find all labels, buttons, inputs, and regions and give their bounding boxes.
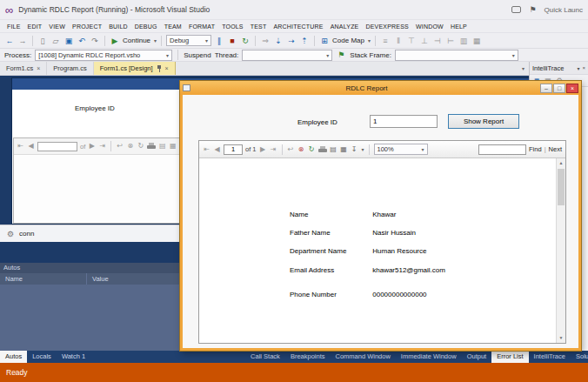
tab-call-stack[interactable]: Call Stack bbox=[245, 351, 285, 363]
quick-launch-input[interactable]: Quick Launc bbox=[545, 6, 583, 14]
menu-item-tools[interactable]: TOOLS bbox=[218, 20, 247, 33]
print-icon[interactable] bbox=[147, 143, 156, 150]
scrollbar-thumb[interactable] bbox=[558, 169, 565, 205]
step-into-icon[interactable]: ⇣ bbox=[273, 35, 284, 47]
pin-icon[interactable] bbox=[157, 65, 162, 72]
stop-debugging-icon[interactable]: ■ bbox=[227, 35, 237, 47]
first-page-icon[interactable]: ⇤ bbox=[17, 140, 24, 152]
suspend-button[interactable]: Suspend bbox=[184, 51, 211, 59]
make-same-width-icon[interactable]: ▥ bbox=[458, 35, 469, 47]
column-header-name[interactable]: Name bbox=[0, 273, 87, 285]
menu-item-test[interactable]: TEST bbox=[247, 20, 271, 33]
page-setup-icon[interactable]: ▦ bbox=[340, 144, 348, 156]
align-left-edge-icon[interactable]: ⊣ bbox=[432, 35, 443, 47]
process-combo[interactable]: [1008] Dynamic RDLC Report.vsho ▾ bbox=[35, 50, 172, 61]
align-tops-icon[interactable]: ⊤ bbox=[406, 35, 417, 47]
new-file-icon[interactable]: ▯ bbox=[37, 35, 48, 47]
back-to-parent-icon[interactable]: ↩ bbox=[287, 144, 295, 156]
menu-item-help[interactable]: HELP bbox=[447, 20, 471, 33]
restart-icon[interactable]: ↻ bbox=[240, 35, 251, 47]
open-file-icon[interactable]: ▱ bbox=[50, 35, 61, 47]
tab-output[interactable]: Output bbox=[462, 351, 492, 363]
close-icon[interactable]: × bbox=[165, 65, 169, 71]
code-map-button[interactable]: Code Map bbox=[332, 37, 364, 44]
menu-item-project[interactable]: PROJECT bbox=[69, 20, 105, 33]
stop-rendering-icon[interactable]: ⊗ bbox=[126, 140, 134, 152]
flag-threads-icon[interactable]: ⚑ bbox=[336, 49, 346, 61]
menu-item-debug[interactable]: DEBUG bbox=[131, 20, 161, 33]
make-same-size-icon[interactable]: ▦ bbox=[471, 35, 482, 47]
refresh-icon[interactable]: ↻ bbox=[308, 144, 316, 156]
menu-item-build[interactable]: BUILD bbox=[105, 20, 131, 33]
tab-overflow-icon[interactable]: ▾ bbox=[522, 65, 529, 71]
panel-menu-icon[interactable]: ▾ bbox=[577, 65, 579, 71]
continue-play-icon[interactable]: ▶ bbox=[110, 35, 120, 47]
menu-item-team[interactable]: TEAM bbox=[161, 20, 185, 33]
tab-immediate-window[interactable]: Immediate Window bbox=[396, 351, 462, 363]
align-right-edge-icon[interactable]: ⊢ bbox=[445, 35, 456, 47]
vertical-scrollbar[interactable]: ▲ ▼ bbox=[556, 158, 565, 343]
find-link[interactable]: Find bbox=[529, 145, 542, 153]
page-number-input[interactable] bbox=[37, 142, 77, 151]
step-out-icon[interactable]: ⇡ bbox=[299, 35, 310, 47]
stack-frame-combo[interactable]: ▾ bbox=[395, 50, 518, 61]
navigate-forward-icon[interactable]: → bbox=[17, 35, 28, 47]
save-icon[interactable]: ▣ bbox=[63, 35, 74, 47]
align-lefts-icon[interactable]: ≡ bbox=[380, 35, 391, 47]
print-layout-icon[interactable]: ▤ bbox=[158, 140, 166, 152]
tab-form1-cs[interactable]: Form1.cs × bbox=[0, 62, 47, 75]
component-conn[interactable]: conn bbox=[19, 230, 34, 238]
continue-dropdown-icon[interactable]: ▾ bbox=[154, 37, 157, 44]
print-icon[interactable] bbox=[318, 146, 327, 153]
tab-watch-1[interactable]: Watch 1 bbox=[57, 351, 90, 363]
step-over-icon[interactable]: ⇢ bbox=[286, 35, 297, 47]
zoom-combo[interactable]: 100% ▾ bbox=[374, 144, 428, 155]
panel-close-icon[interactable]: × bbox=[582, 65, 585, 70]
navigate-back-icon[interactable]: ← bbox=[4, 35, 15, 47]
stop-rendering-icon[interactable]: ⊗ bbox=[297, 144, 305, 156]
rdlc-titlebar[interactable]: RDLC Report – □ × bbox=[180, 81, 581, 95]
debug-target-combo[interactable]: Debug ▾ bbox=[166, 35, 211, 46]
menu-item-devexpress[interactable]: DEVEXPRESS bbox=[362, 20, 411, 33]
menu-item-edit[interactable]: EDIT bbox=[24, 20, 46, 33]
menu-item-analyze[interactable]: ANALYZE bbox=[327, 20, 363, 33]
previous-page-icon[interactable]: ◀ bbox=[213, 144, 221, 156]
menu-item-file[interactable]: FILE bbox=[3, 20, 24, 33]
feedback-icon[interactable] bbox=[511, 6, 521, 13]
tab-solution-explorer[interactable]: Solution... bbox=[571, 351, 588, 363]
print-layout-icon[interactable]: ▤ bbox=[330, 144, 337, 156]
export-dropdown-icon[interactable]: ▾ bbox=[362, 146, 364, 152]
scroll-up-icon[interactable]: ▲ bbox=[557, 158, 565, 168]
refresh-icon[interactable]: ↻ bbox=[137, 140, 144, 152]
previous-page-icon[interactable]: ◀ bbox=[27, 140, 35, 152]
notifications-flag-icon[interactable]: ⚑ bbox=[529, 5, 536, 14]
first-page-icon[interactable]: ⇤ bbox=[203, 144, 210, 156]
close-icon[interactable]: × bbox=[37, 65, 40, 71]
redo-icon[interactable]: ↷ bbox=[90, 35, 100, 47]
tab-command-window[interactable]: Command Window bbox=[330, 351, 395, 363]
page-setup-icon[interactable]: ▦ bbox=[169, 140, 177, 152]
show-next-statement-icon[interactable]: ⇒ bbox=[260, 35, 271, 47]
tab-form1-design[interactable]: Form1.cs [Design] × bbox=[94, 62, 176, 75]
show-report-button[interactable]: Show Report bbox=[448, 114, 519, 129]
tab-program-cs[interactable]: Program.cs bbox=[47, 62, 93, 75]
next-link[interactable]: Next bbox=[549, 145, 562, 153]
code-map-icon[interactable]: ⊞ bbox=[319, 35, 330, 47]
thread-combo[interactable]: ▾ bbox=[242, 50, 332, 61]
column-header-value[interactable]: Value bbox=[87, 275, 109, 283]
menu-item-format[interactable]: FORMAT bbox=[185, 20, 218, 33]
close-button[interactable]: × bbox=[566, 84, 578, 93]
undo-icon[interactable]: ↶ bbox=[77, 35, 87, 47]
export-icon[interactable]: ↧ bbox=[351, 144, 358, 156]
menu-item-window[interactable]: WINDOW bbox=[412, 20, 447, 33]
tab-intellitrace[interactable]: IntelliTrace bbox=[529, 351, 571, 363]
tab-error-list[interactable]: Error List bbox=[491, 351, 528, 363]
scroll-down-icon[interactable]: ▼ bbox=[557, 333, 565, 343]
next-page-icon[interactable]: ▶ bbox=[259, 144, 267, 156]
last-page-icon[interactable]: ⇥ bbox=[98, 140, 106, 152]
page-number-input[interactable] bbox=[224, 144, 243, 155]
tab-locals[interactable]: Locals bbox=[27, 351, 57, 363]
find-input[interactable] bbox=[478, 144, 526, 155]
menu-item-view[interactable]: VIEW bbox=[45, 20, 69, 33]
maximize-button[interactable]: □ bbox=[553, 84, 565, 93]
